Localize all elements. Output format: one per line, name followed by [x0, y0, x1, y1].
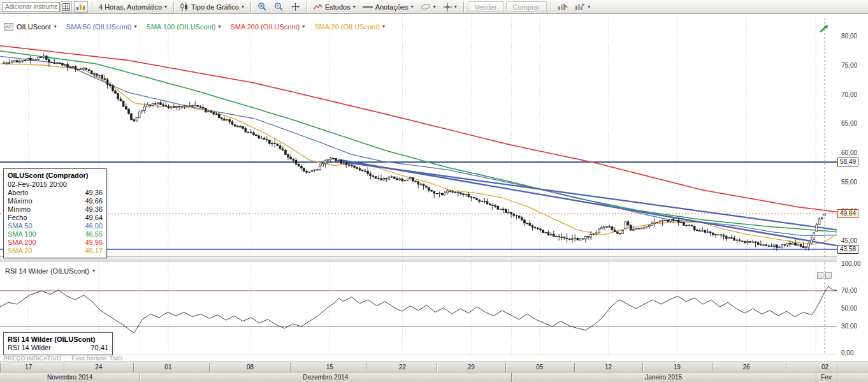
timezone-label: Fuso horário: TMG: [71, 355, 122, 362]
zoom-in-icon: [257, 2, 267, 11]
price-tick-label: 45,00: [841, 237, 857, 244]
gridlines: [29, 15, 825, 355]
sma-line[interactable]: [0, 56, 837, 235]
drawn-trendline[interactable]: [339, 159, 837, 246]
legend-sma100-dropdown[interactable]: SMA 100 (OILUScont) ▾: [147, 23, 221, 31]
chevron-down-icon: ▾: [382, 24, 385, 29]
rsi-tooltip-row: RSI 14 Wilder70,41: [8, 344, 108, 352]
chevron-down-icon: ▾: [134, 24, 137, 29]
legend-sma200-dropdown[interactable]: SMA 200 (OILUScont) ▾: [230, 23, 305, 31]
rsi-indicator-dropdown[interactable]: RSI 14 Wilder (OILUScont) ▾: [5, 267, 95, 275]
tooltip-timestamp: 02-Fev-2015 20:00: [8, 180, 103, 189]
price-tick-label: 60,00: [841, 149, 857, 156]
rsi-legend-label: RSI 14 Wilder (OILUScont): [5, 267, 89, 275]
indicative-price-label: PREÇO INDICATIVO: [4, 355, 61, 362]
legend-instrument-dropdown[interactable]: OILUScont ▾: [4, 23, 57, 31]
month-axis: Novembro 2014Dezembro 2014Janeiro 2015Fe…: [0, 372, 868, 382]
chevron-down-icon: ▾: [433, 4, 436, 10]
rsi-tooltip: RSI 14 Wilder (OILUScont) RSI 14 Wilder7…: [3, 332, 113, 355]
rsi-tick-label: 100,00: [841, 260, 861, 267]
candle-tooltip: OILUScont (Comprador) 02-Fev-2015 20:00 …: [3, 168, 107, 258]
legend-sma50-dropdown[interactable]: SMA 50 (OILUScont) ▾: [66, 23, 137, 31]
time-tick-label: 05: [536, 364, 543, 371]
month-axis-separator: [511, 373, 512, 382]
month-label: Fev: [821, 374, 832, 381]
time-tick-label: 01: [164, 364, 171, 371]
rsi-line: [0, 286, 837, 333]
chart-canvas[interactable]: [0, 0, 868, 382]
zoom-in-button[interactable]: [255, 1, 270, 13]
legend-sma200-label: SMA 200 (OILUScont): [230, 23, 300, 31]
trading-chart-window: 4 Horas, Automático ▾ Tipo de Gráfico ▾ …: [0, 0, 868, 382]
sell-button[interactable]: Vender: [468, 1, 504, 12]
chart-type-dropdown[interactable]: Tipo de Gráfico ▾: [178, 1, 247, 13]
toolbar-separator: [551, 2, 551, 12]
green-arrow-icon: [818, 24, 830, 34]
crosshair-dropdown[interactable]: ▾: [440, 1, 459, 13]
eraser-icon: [421, 3, 431, 10]
tooltip-row-sma200: SMA 20049,96: [8, 239, 103, 247]
time-tick-label: 24: [95, 364, 102, 371]
pane-splitter[interactable]: [0, 256, 868, 261]
toolbar-separator: [173, 2, 174, 12]
add-instrument-group: [3, 1, 72, 13]
chevron-down-icon: ▾: [454, 4, 457, 10]
rsi-expand-button[interactable]: [825, 272, 832, 279]
add-instrument-input[interactable]: [3, 2, 60, 12]
price-tick-label: 55,00: [841, 179, 857, 186]
grid-icon: [62, 3, 70, 11]
time-axis-separator: [712, 363, 712, 372]
buy-arrow-marker[interactable]: [818, 24, 830, 36]
month-label: Dezembro 2014: [303, 374, 348, 381]
buy-button[interactable]: Comprar: [506, 1, 547, 12]
annotations-dropdown[interactable]: Anotações ▾: [360, 1, 416, 13]
month-label: Novembro 2014: [47, 374, 92, 381]
chart-edit-button[interactable]: [555, 1, 570, 13]
annotations-label: Anotações: [375, 3, 409, 11]
interval-label: 4 Horas, Automático: [99, 3, 162, 11]
time-axis[interactable]: 172401081522290512192602: [0, 362, 868, 372]
studies-dropdown[interactable]: Estudos ▾: [311, 1, 358, 13]
level-price-badge: 43,58: [837, 245, 858, 254]
chart-type-label: Tipo de Gráfico: [191, 3, 239, 11]
instrument-icon: [4, 23, 13, 31]
rsi-collapse-button[interactable]: [817, 272, 823, 279]
zoom-out-button[interactable]: [271, 1, 286, 13]
drawn-trendline[interactable]: [343, 162, 837, 230]
tooltip-row-open: Aberto49,36: [8, 189, 103, 197]
footer-note: PREÇO INDICATIVO Fuso horário: TMG: [4, 355, 123, 362]
legend-sma20-dropdown[interactable]: SMA 20 (OILUScont) ▾: [314, 23, 385, 31]
time-axis-separator: [437, 363, 437, 372]
toolbar-separator: [92, 2, 92, 12]
eraser-dropdown[interactable]: ▾: [418, 1, 438, 13]
chevron-down-icon: ▾: [92, 268, 95, 274]
toolbar-separator: [250, 2, 251, 12]
last-price-badge: 49,64: [837, 209, 858, 218]
price-tick-label: 80,00: [841, 33, 857, 40]
interval-dropdown[interactable]: 4 Horas, Automático ▾: [96, 1, 170, 13]
sma-line[interactable]: [0, 51, 837, 232]
zoom-out-icon: [274, 2, 284, 11]
toolbar: 4 Horas, Automático ▾ Tipo de Gráfico ▾ …: [0, 0, 868, 14]
tooltip-row-sma100: SMA 10046,55: [8, 230, 103, 239]
time-axis-separator: [366, 363, 366, 372]
time-tick-label: 26: [743, 364, 750, 371]
time-tick-label: 08: [247, 364, 254, 371]
rsi-tooltip-title: RSI 14 Wilder (OILUScont): [8, 335, 108, 344]
chart-template-button[interactable]: [74, 1, 88, 13]
price-axis[interactable]: 80,0075,0070,0065,0060,0055,0050,0045,00…: [837, 14, 868, 361]
price-tick-label: 75,00: [841, 62, 857, 69]
time-tick-label: 17: [25, 364, 32, 371]
time-axis-separator: [786, 363, 786, 372]
month-axis-separator: [816, 373, 816, 382]
studies-label: Estudos: [325, 3, 351, 11]
chart-export-button[interactable]: ▾: [572, 1, 593, 13]
chart-pencil-icon: [558, 3, 568, 11]
rsi-tick-label: 50,00: [841, 305, 857, 312]
chevron-down-icon: ▾: [353, 4, 356, 10]
price-tick-label: 70,00: [841, 91, 857, 98]
time-axis-separator: [642, 363, 643, 372]
tooltip-row-sma50: SMA 5046,00: [8, 222, 103, 230]
pan-button[interactable]: [288, 1, 303, 13]
instrument-list-button[interactable]: [61, 1, 72, 13]
